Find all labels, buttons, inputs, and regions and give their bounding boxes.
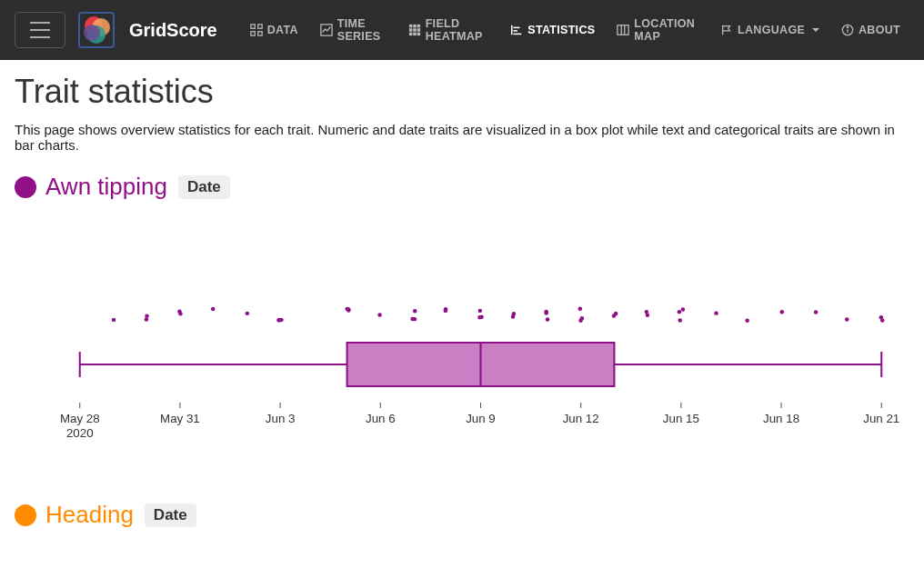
svg-text:Jun 15: Jun 15 <box>663 412 699 425</box>
svg-point-74 <box>444 309 448 313</box>
nav-heatmap[interactable]: FIELD HEATMAP <box>399 10 498 50</box>
heatmap-icon <box>408 24 421 36</box>
nav-statistics[interactable]: STATISTICS <box>501 16 604 44</box>
svg-text:Jun 9: Jun 9 <box>466 412 496 425</box>
svg-point-56 <box>112 318 116 322</box>
nav-links: DATA TIME SERIES FIELD HEATMAP STATISTIC… <box>241 10 704 50</box>
brand-logo[interactable] <box>78 12 115 48</box>
svg-point-82 <box>546 317 550 321</box>
nav-data-label: DATA <box>267 24 298 36</box>
logo-icon <box>81 15 112 45</box>
hamburger-icon <box>29 22 51 38</box>
svg-point-68 <box>346 307 351 311</box>
nav-timeseries-label: TIME SERIES <box>337 17 387 43</box>
svg-point-30 <box>847 26 848 27</box>
svg-rect-18 <box>409 33 413 36</box>
map-icon <box>617 24 629 36</box>
nav-timeseries[interactable]: TIME SERIES <box>311 10 396 50</box>
svg-point-57 <box>145 317 149 321</box>
svg-point-96 <box>814 310 819 314</box>
svg-rect-12 <box>409 25 413 28</box>
svg-text:Jun 18: Jun 18 <box>763 412 799 425</box>
svg-point-72 <box>413 317 417 321</box>
svg-rect-14 <box>417 25 420 28</box>
svg-point-81 <box>544 311 548 314</box>
svg-point-90 <box>681 307 686 311</box>
svg-point-62 <box>246 312 250 315</box>
trait-badge-awn: Date <box>178 175 230 199</box>
stats-icon <box>510 24 523 36</box>
svg-point-58 <box>145 314 149 317</box>
svg-point-87 <box>612 314 617 317</box>
nav-data[interactable]: DATA <box>241 16 307 44</box>
svg-text:Jun 12: Jun 12 <box>563 412 599 425</box>
svg-point-94 <box>745 319 749 323</box>
nav-about[interactable]: ABOUT <box>832 16 909 44</box>
svg-point-89 <box>645 310 649 314</box>
svg-point-70 <box>413 309 417 313</box>
svg-text:2020: 2020 <box>66 426 94 440</box>
grid-icon <box>250 24 263 36</box>
svg-rect-8 <box>257 25 261 28</box>
nav-language[interactable]: LANGUAGE <box>711 16 829 44</box>
nav-heatmap-label: FIELD HEATMAP <box>426 17 489 43</box>
svg-text:Jun 21: Jun 21 <box>863 412 899 425</box>
flag-icon <box>720 24 733 36</box>
nav-language-label: LANGUAGE <box>738 24 805 36</box>
svg-point-91 <box>678 310 682 314</box>
page-content: Trait statistics This page shows overvie… <box>0 60 924 588</box>
svg-rect-25 <box>618 25 628 35</box>
svg-point-99 <box>880 318 885 322</box>
svg-rect-16 <box>413 28 417 32</box>
svg-point-83 <box>578 307 583 311</box>
svg-point-95 <box>780 310 785 314</box>
svg-rect-10 <box>257 32 261 35</box>
svg-text:Jun 3: Jun 3 <box>266 412 296 425</box>
navbar: GridScore DATA TIME SERIES FIELD HEATMAP… <box>0 0 924 60</box>
svg-point-60 <box>178 312 183 315</box>
nav-locationmap-label: LOCATION MAP <box>634 17 695 43</box>
svg-point-77 <box>479 315 484 319</box>
trait-header-awn: Awn tipping Date <box>15 173 909 201</box>
svg-point-85 <box>578 318 583 322</box>
info-icon <box>841 24 854 36</box>
trait-name-awn: Awn tipping <box>45 173 167 201</box>
page-desc: This page shows overview statistics for … <box>15 122 909 153</box>
svg-point-97 <box>845 317 849 321</box>
svg-rect-19 <box>413 33 417 36</box>
menu-toggle-button[interactable] <box>15 12 65 48</box>
trait-header-heading: Heading Date <box>15 501 909 529</box>
nav-about-label: ABOUT <box>859 24 900 36</box>
svg-point-69 <box>377 313 382 316</box>
brand-text[interactable]: GridScore <box>129 20 217 41</box>
svg-point-79 <box>511 314 516 318</box>
trait-name-heading: Heading <box>45 501 134 529</box>
svg-point-92 <box>678 318 682 322</box>
svg-rect-15 <box>409 28 413 32</box>
nav-locationmap[interactable]: LOCATION MAP <box>608 10 704 50</box>
nav-right: LANGUAGE ABOUT <box>711 16 909 44</box>
trait-badge-heading: Date <box>145 503 196 527</box>
chevron-down-icon <box>812 28 819 32</box>
svg-point-61 <box>211 307 216 311</box>
svg-rect-7 <box>251 25 255 28</box>
svg-point-6 <box>84 25 100 41</box>
trait-color-dot <box>15 176 36 198</box>
svg-rect-17 <box>417 28 420 32</box>
svg-text:May 31: May 31 <box>160 412 200 425</box>
svg-text:Jun 6: Jun 6 <box>366 412 396 425</box>
svg-rect-20 <box>417 33 420 36</box>
svg-rect-13 <box>413 25 417 28</box>
svg-point-76 <box>478 309 483 313</box>
chart-line-icon <box>320 24 333 36</box>
trait-color-dot <box>15 504 36 526</box>
svg-point-65 <box>276 318 281 322</box>
svg-text:May 28: May 28 <box>60 412 100 425</box>
svg-point-93 <box>714 311 718 314</box>
nav-statistics-label: STATISTICS <box>527 24 595 36</box>
page-title: Trait statistics <box>15 73 909 111</box>
svg-rect-9 <box>251 32 255 35</box>
boxplot-awn[interactable]: May 28May 31Jun 3Jun 6Jun 9Jun 12Jun 15J… <box>15 228 909 464</box>
